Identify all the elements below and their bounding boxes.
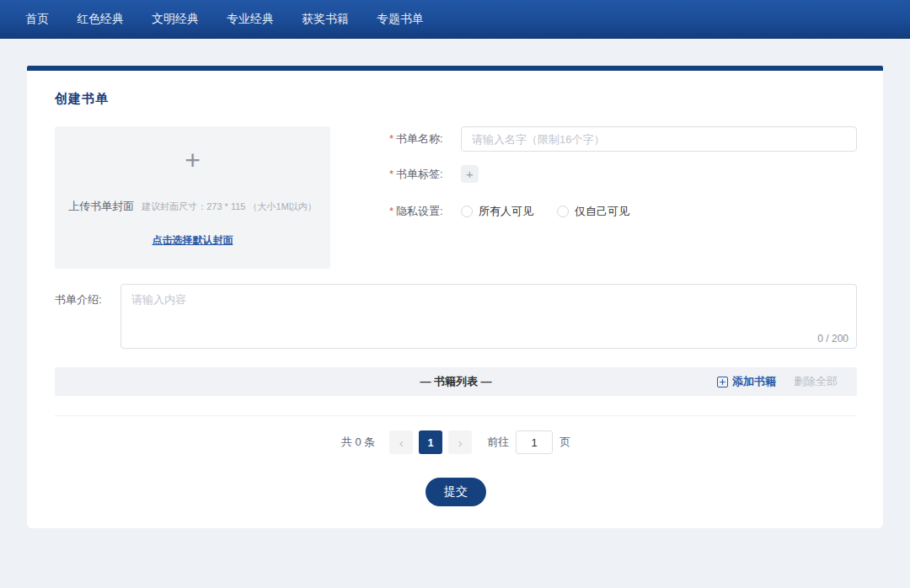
top-navbar: 首页 红色经典 文明经典 专业经典 获奖书籍 专题书单	[0, 0, 910, 39]
book-list-actions: 添加书籍 删除全部	[717, 367, 838, 396]
intro-textarea-wrap: 0 / 200	[120, 284, 857, 349]
booklist-name-row: *书单名称:	[389, 126, 857, 152]
privacy-radio-only-me[interactable]: 仅自己可见	[557, 204, 629, 219]
booklist-tags-label: *书单标签:	[389, 167, 461, 182]
privacy-everyone-label: 所有人可见	[479, 204, 533, 219]
plus-icon: +	[185, 145, 201, 175]
radio-circle-icon[interactable]	[557, 206, 569, 217]
add-books-button[interactable]: 添加书籍	[717, 374, 776, 389]
upload-size-hint: 建议封面尺寸：273 * 115 （大小1M以内）	[142, 200, 317, 213]
delete-all-button[interactable]: 删除全部	[794, 374, 838, 389]
nav-item-award-books[interactable]: 获奖书籍	[302, 12, 349, 27]
privacy-radio-everyone[interactable]: 所有人可见	[461, 204, 533, 219]
cover-and-fields-row: + 上传书单封面 建议封面尺寸：273 * 115 （大小1M以内） 点击选择默…	[55, 126, 857, 269]
add-books-label: 添加书籍	[732, 374, 776, 389]
booklist-intro-textarea[interactable]	[120, 284, 857, 349]
book-list-header-bar: — 书籍列表 — 添加书籍 删除全部	[55, 367, 857, 396]
plus-square-icon	[717, 377, 728, 388]
nav-item-professional-classics[interactable]: 专业经典	[227, 12, 274, 27]
submit-row: 提交	[55, 478, 857, 506]
privacy-only-me-label: 仅自己可见	[575, 204, 629, 219]
pagination-goto-label: 前往	[487, 435, 509, 450]
privacy-setting-label: *隐私设置:	[389, 204, 461, 219]
booklist-intro-label: 书单介绍:	[55, 284, 120, 349]
create-booklist-card: 创建书单 + 上传书单封面 建议封面尺寸：273 * 115 （大小1M以内） …	[27, 71, 883, 528]
pagination-goto-input[interactable]	[516, 430, 553, 454]
privacy-setting-row: *隐私设置: 所有人可见 仅自己可见	[389, 204, 857, 219]
pagination-page-1[interactable]: 1	[419, 430, 442, 454]
page-title: 创建书单	[55, 91, 857, 107]
booklist-tags-row: *书单标签: +	[389, 165, 857, 183]
required-asterisk: *	[389, 205, 393, 217]
pagination-total-count: 共 0 条	[341, 435, 375, 450]
pagination-prev-button[interactable]: ‹	[389, 430, 413, 454]
pagination-next-button[interactable]: ›	[448, 430, 472, 454]
pagination: 共 0 条 ‹ 1 › 前往 页	[55, 430, 857, 454]
book-list-title: — 书籍列表 —	[420, 374, 491, 389]
nav-item-red-classics[interactable]: 红色经典	[77, 12, 124, 27]
chevron-right-icon: ›	[458, 436, 463, 449]
booklist-name-label: *书单名称:	[389, 131, 461, 147]
nav-item-home[interactable]: 首页	[25, 12, 49, 27]
pagination-page-unit: 页	[559, 435, 570, 450]
form-fields-column: *书单名称: *书单标签: + *隐私设置: 所有人可见	[389, 126, 857, 269]
booklist-name-input[interactable]	[461, 126, 857, 152]
nav-item-special-booklists[interactable]: 专题书单	[377, 12, 424, 27]
char-counter: 0 / 200	[814, 333, 848, 345]
required-asterisk: *	[389, 132, 393, 145]
cover-upload-dropzone[interactable]: + 上传书单封面 建议封面尺寸：273 * 115 （大小1M以内） 点击选择默…	[55, 126, 330, 269]
section-divider	[55, 415, 857, 416]
nav-item-civilization-classics[interactable]: 文明经典	[152, 12, 199, 27]
booklist-intro-row: 书单介绍: 0 / 200	[55, 284, 857, 349]
chevron-left-icon: ‹	[399, 436, 404, 449]
add-tag-button[interactable]: +	[461, 165, 479, 183]
upload-text-row: 上传书单封面 建议封面尺寸：273 * 115 （大小1M以内）	[68, 199, 317, 214]
radio-circle-icon[interactable]	[461, 206, 473, 217]
submit-button[interactable]: 提交	[426, 478, 486, 506]
choose-default-cover-link[interactable]: 点击选择默认封面	[153, 233, 233, 248]
plus-icon: +	[466, 168, 474, 180]
required-asterisk: *	[389, 168, 393, 180]
main-card: 创建书单 + 上传书单封面 建议封面尺寸：273 * 115 （大小1M以内） …	[27, 66, 883, 528]
upload-cover-label: 上传书单封面	[68, 199, 134, 214]
